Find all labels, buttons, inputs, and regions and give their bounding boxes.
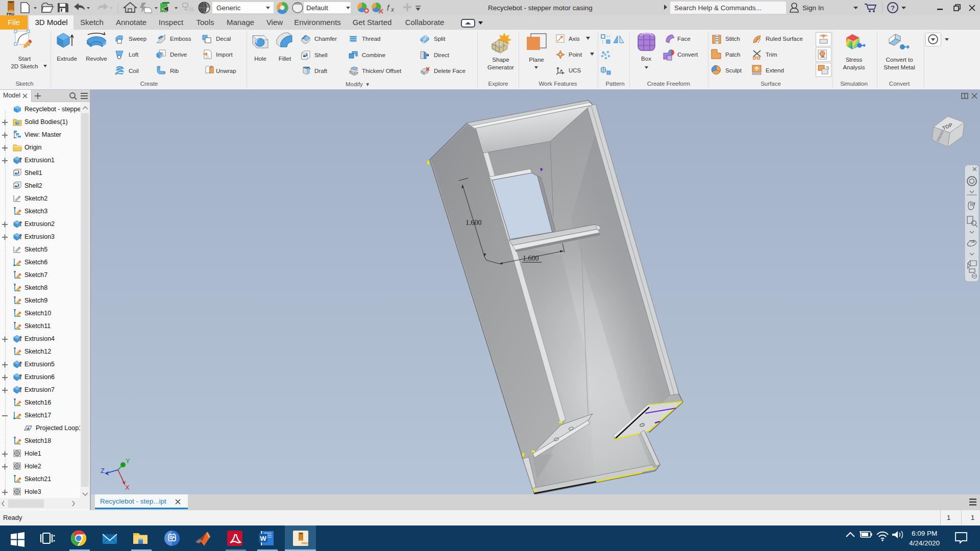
- svg-text:Y: Y: [126, 457, 130, 465]
- svg-text:W: W: [260, 535, 267, 542]
- svg-text:Sign In: Sign In: [802, 4, 824, 12]
- svg-text:f: f: [387, 4, 390, 12]
- svg-text:1.600: 1.600: [523, 255, 539, 262]
- svg-text:1.600: 1.600: [465, 219, 482, 227]
- svg-text:Recyclebot - stepper motor cas: Recyclebot - stepper motor casing: [488, 4, 593, 12]
- svg-text:Z: Z: [101, 467, 105, 474]
- svg-text:x: x: [390, 6, 395, 13]
- svg-text:?: ?: [891, 4, 895, 12]
- svg-text:PRO: PRO: [302, 542, 308, 545]
- svg-text:Search Help & Commands...: Search Help & Commands...: [674, 4, 762, 12]
- svg-text:Default: Default: [306, 4, 328, 12]
- svg-text:Generic: Generic: [216, 4, 241, 12]
- svg-text:X: X: [125, 484, 130, 491]
